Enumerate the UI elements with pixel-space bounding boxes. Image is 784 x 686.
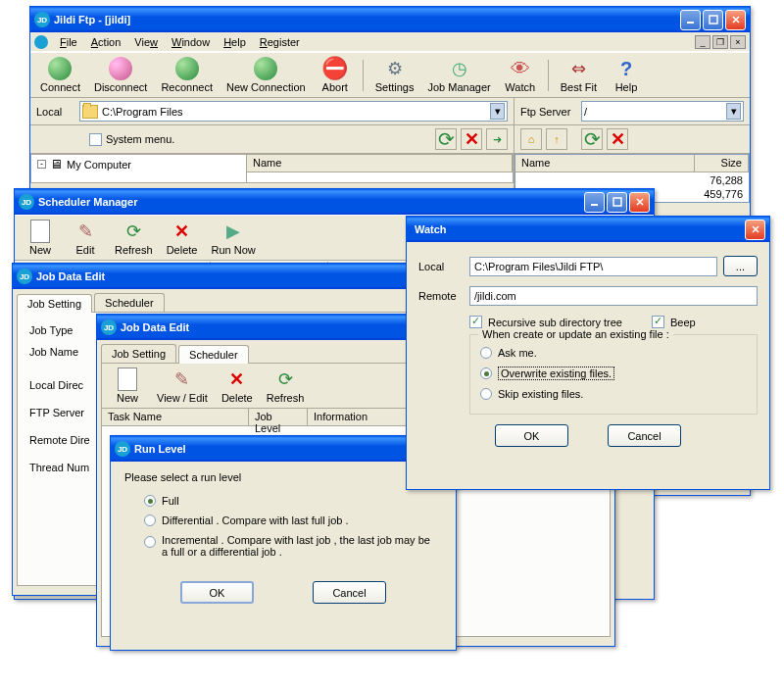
watch-local-label: Local [418,261,469,272]
beep-checkbox[interactable]: ✓ [652,316,664,328]
close-button[interactable] [629,192,650,213]
main-title: Jildi Ftp - [jildi] [54,14,680,25]
runlevel-ok-button[interactable]: OK [180,581,254,604]
col-joblevel[interactable]: Job Level [249,409,308,425]
app-icon: JD [17,269,32,284]
svg-rect-3 [613,198,621,206]
sched-refresh-button[interactable]: ⟳Refresh [109,218,159,258]
jde2-refresh-button[interactable]: ⟳Refresh [261,366,311,406]
runlevel-cancel-button[interactable]: Cancel [313,581,386,604]
radio-overwrite[interactable] [480,368,492,379]
reconnect-button[interactable]: Reconnect [155,55,219,95]
close-button[interactable] [725,10,746,30]
col-name[interactable]: Name [247,155,513,172]
help-button[interactable]: ?Help [605,55,648,95]
job-manager-button[interactable]: ◷Job Manager [421,55,496,95]
local-refresh-button[interactable]: ⟳ [435,128,457,150]
jde2-new-button[interactable]: New [106,366,149,406]
minimize-button[interactable] [680,10,701,30]
watch-remote-input[interactable] [469,286,758,306]
menu-view[interactable]: View [128,34,164,50]
tree-root-item[interactable]: - 🖥 My Computer [31,155,246,173]
local-action-button[interactable]: ➜ [486,128,508,150]
maximize-button[interactable] [703,10,723,30]
ftp-path-input[interactable] [584,106,726,118]
dropdown-icon[interactable]: ▾ [726,103,741,120]
ftp-refresh-button[interactable]: ⟳ [581,128,603,150]
abort-button[interactable]: ⛔Abort [314,55,357,95]
refresh-icon: ⟳ [438,127,455,151]
bestfit-button[interactable]: ⇔Best Fit [555,55,603,95]
col-taskname[interactable]: Task Name [102,409,249,425]
main-titlebar[interactable]: JD Jildi Ftp - [jildi] [30,7,750,32]
connect-button[interactable]: Connect [34,55,86,95]
watch-titlebar[interactable]: Watch [407,217,769,242]
radio-incremental[interactable] [144,536,156,548]
x-icon: ✕ [465,128,479,150]
new-connection-button[interactable]: New Connection [220,55,312,95]
jde1-titlebar[interactable]: JD Job Data Edit [13,264,432,289]
browse-button[interactable]: ... [723,256,758,276]
mdi-close-button[interactable]: × [730,35,746,49]
close-button[interactable] [745,220,765,240]
sysmenu-checkbox[interactable] [89,133,102,146]
tab-scheduler[interactable]: Scheduler [94,293,165,312]
tab-job-setting[interactable]: Job Setting [17,294,92,313]
jde2-viewedit-button[interactable]: ✎View / Edit [151,366,214,406]
settings-button[interactable]: ⚙Settings [369,55,420,95]
watch-cancel-button[interactable]: Cancel [608,424,681,447]
tab-job-setting[interactable]: Job Setting [101,344,176,363]
ftp-path-combo[interactable]: ▾ [581,101,744,122]
jde2-delete-button[interactable]: ✕Delete [216,366,259,406]
runlevel-titlebar[interactable]: JD Run Level [111,436,456,462]
local-path-input[interactable] [102,106,490,118]
sched-runnow-button[interactable]: ▶Run Now [206,218,262,258]
mdi-restore-button[interactable]: ❐ [712,35,728,49]
local-delete-button[interactable]: ✕ [461,128,482,150]
radio-ask[interactable] [480,347,492,359]
beep-label: Beep [670,317,696,328]
radio-full[interactable] [144,495,156,507]
recursive-checkbox[interactable]: ✓ [469,316,482,328]
local-path-combo[interactable]: ▾ [79,101,508,122]
radio-skip[interactable] [480,388,492,400]
ftp-home-button[interactable]: ⌂ [520,128,542,150]
sysmenu-label: System menu. [106,133,174,145]
refresh-icon: ⟳ [584,127,601,151]
maximize-button[interactable] [607,192,627,213]
menu-register[interactable]: Register [254,34,306,50]
watch-ok-button[interactable]: OK [495,424,568,447]
ftp-delete-button[interactable]: ✕ [607,128,628,150]
arrow-icon: ➜ [493,133,502,146]
watch-local-input[interactable] [469,257,717,276]
app-icon: JD [101,319,117,335]
watch-button[interactable]: 👁Watch [499,55,542,95]
mdi-minimize-button[interactable]: _ [695,35,710,49]
tab-scheduler[interactable]: Scheduler [178,345,249,364]
sched-new-button[interactable]: New [19,218,62,258]
svg-rect-0 [687,22,694,24]
sched-delete-button[interactable]: ✕Delete [161,218,204,258]
col-name[interactable]: Name [515,155,695,172]
menu-file[interactable]: File [54,34,83,50]
radio-differential[interactable] [144,514,156,526]
menu-window[interactable]: Window [166,34,216,50]
disconnect-button[interactable]: Disconnect [88,55,153,95]
runlevel-title: Run Level [134,443,431,455]
scheduler-titlebar[interactable]: JD Scheduler Manager [15,189,654,215]
watch-remote-label: Remote [418,290,469,302]
ftp-up-button[interactable]: ↑ [546,128,567,150]
sched-edit-button[interactable]: ✎Edit [64,218,107,258]
minimize-button[interactable] [584,192,605,213]
scheduler-title: Scheduler Manager [38,196,584,208]
menu-help[interactable]: Help [218,34,252,50]
svg-rect-1 [710,16,717,24]
recursive-label: Recursive sub directory tree [488,317,622,328]
app-icon: JD [34,12,50,27]
svg-rect-2 [591,204,598,206]
local-label: Local [36,106,74,118]
dropdown-icon[interactable]: ▾ [490,103,505,120]
col-size[interactable]: Size [695,155,749,172]
menu-action[interactable]: Action [85,34,127,50]
expand-icon[interactable]: - [37,160,46,169]
